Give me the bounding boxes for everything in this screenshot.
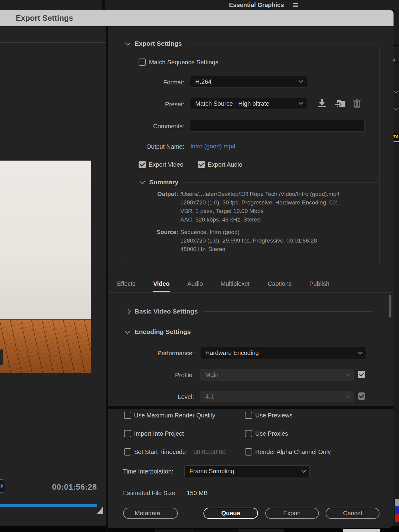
summary-output-line: AAC, 320 kbps, 48 kHz, Stereo [180,216,260,223]
chevron-down-icon [299,79,303,83]
section-rule [183,182,378,183]
queue-button[interactable]: Queue [203,508,258,519]
start-timecode-value[interactable]: 00:00:00:00 [193,449,226,456]
chevron-down-icon [299,101,303,105]
import-into-project-label: Import Into Project [134,430,184,437]
estimated-file-size-value: 150 MB [187,490,208,497]
summary-section-header[interactable]: Summary [140,178,378,186]
performance-dropdown[interactable]: Hardware Encoding [200,347,366,359]
level-override-checkbox[interactable] [358,392,365,400]
section-rule [203,311,373,312]
divider [394,45,399,46]
delete-preset-icon[interactable] [352,98,363,108]
tab-effects[interactable]: Effects [117,280,136,287]
time-interpolation-label: Time Interpolation: [123,468,181,475]
chevron-down-icon [394,106,399,111]
summary-source-line: 48000 Hz, Stereo [180,246,225,253]
chevron-down-icon[interactable] [125,40,130,45]
essential-graphics-label: Essential Graphics [229,2,284,9]
summary-source-label: Source: [139,229,178,236]
chevron-down-icon[interactable] [125,328,130,334]
tab-captions[interactable]: Captions [268,280,292,287]
summary-output-line: 1280x720 (1.0), 30 fps, Progressive, Har… [180,199,343,206]
profile-dropdown: Main [200,369,354,381]
max-render-quality-label: Use Maximum Render Quality [134,412,215,419]
export-audio-checkbox[interactable] [198,161,205,168]
tab-multiplexer[interactable]: Multiplexer [221,280,250,287]
timeline-block [238,529,284,532]
metadata-button[interactable]: Metadata… [123,508,178,519]
level-value: 4.1 [205,393,214,400]
basic-video-settings-header[interactable]: Basic Video Settings [126,307,373,316]
import-into-project-checkbox[interactable] [124,430,131,437]
level-dropdown: 4.1 [200,391,354,403]
preview-dark-edge [0,349,3,365]
use-proxies-label: Use Proxies [255,430,288,437]
timeline-block-light [343,529,380,532]
export-settings-section-header[interactable]: Export Settings [126,39,380,48]
export-video-checkbox[interactable] [139,161,146,168]
panel-divider [106,26,108,532]
tab-publish[interactable]: Publish [309,280,330,287]
profile-override-checkbox[interactable] [358,371,365,378]
max-render-quality-checkbox[interactable] [124,412,131,419]
export-video-label: Export Video [149,161,183,168]
preview-wall [0,161,91,319]
tab-audio[interactable]: Audio [187,280,203,287]
save-preset-icon[interactable] [316,99,327,108]
output-name-link[interactable]: Intro (good).mp4 [190,143,235,150]
cancel-button[interactable]: Cancel [326,508,380,519]
preview-seekbar[interactable] [0,504,97,507]
chevron-down-icon [358,350,362,354]
set-start-timecode-checkbox[interactable] [124,448,131,456]
profile-label: Profile: [126,372,194,379]
match-sequence-label: Match Sequence Settings [149,59,218,66]
set-start-timecode-label: Set Start Timecode [134,449,186,456]
summary-source-line: Sequence, Intro (good) [180,229,239,236]
section-rule [187,44,380,44]
background-top-strip: Essential Graphics [0,0,399,10]
use-previews-checkbox[interactable] [245,412,252,419]
timeline-clip-red [395,514,399,522]
render-alpha-checkbox[interactable] [245,448,252,456]
preview-timecode: 00:01:56:28 [0,482,97,492]
comments-input[interactable] [190,120,365,132]
import-preset-icon[interactable] [334,99,344,108]
profile-value: Main [205,371,218,378]
dialog-titlebar[interactable]: Export Settings [0,10,394,26]
dialog-title: Export Settings [16,14,73,23]
essential-graphics-tab[interactable]: Essential Graphics [229,0,298,10]
format-value: H.264 [195,78,211,85]
match-sequence-checkbox[interactable] [139,59,146,66]
encoding-settings-header[interactable]: Encoding Settings [126,328,373,336]
format-dropdown[interactable]: H.264 [190,76,307,87]
section-rule [196,332,373,332]
export-button[interactable]: Export [265,508,319,519]
timeline-block [155,529,194,532]
export-settings-dialog: Export Settings Match Sequence Settings … [108,26,394,528]
summary-output-label: Output: [139,191,178,197]
chevron-down-icon[interactable] [139,179,145,184]
time-interpolation-dropdown[interactable]: Frame Sampling [184,465,310,477]
preset-dropdown[interactable]: Match Source - High bitrate [190,98,307,109]
export-audio-label: Export Audio [208,161,242,168]
tab-video[interactable]: Video [153,280,170,287]
chevron-down-icon [346,393,350,398]
preview-floor [0,319,91,373]
summary-output-line: /Users/…later/Desktop/ER Rope Tech./Vide… [180,191,340,197]
background-right-strip: ck TA [394,10,399,532]
chevron-down-icon [302,468,306,472]
encoding-settings-title: Encoding Settings [135,328,191,335]
clipped-text-fragment: ck [394,57,399,65]
time-interpolation-value: Frame Sampling [189,468,234,475]
output-name-label: Output Name: [126,143,184,150]
render-alpha-label: Render Alpha Channel Only [255,449,331,456]
hamburger-icon[interactable] [293,3,298,7]
chevron-right-icon[interactable] [125,309,130,314]
chevron-down-icon [346,372,350,376]
timeline-clip-blue [395,506,399,514]
playhead-triangle-icon[interactable] [97,506,103,514]
use-proxies-checkbox[interactable] [245,430,252,437]
scrollbar-thumb[interactable] [389,295,391,317]
premiere-export-window: Essential Graphics ck TA Export Settings [0,0,399,532]
